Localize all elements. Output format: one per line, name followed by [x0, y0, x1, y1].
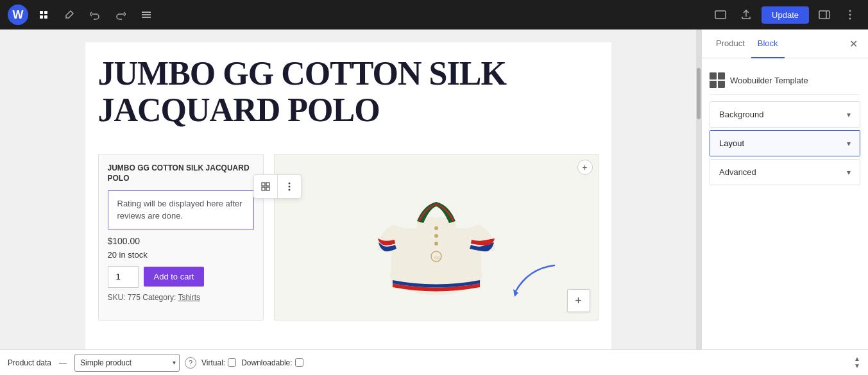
product-image-area: GG + + [274, 154, 599, 321]
grid-view-button[interactable] [254, 175, 277, 198]
product-type-select[interactable]: Simple product Variable product Grouped … [74, 354, 180, 372]
rating-placeholder-box: Rating will be displayed here after revi… [108, 190, 254, 229]
add-block-toolbar-button[interactable] [33, 4, 54, 25]
menu-button[interactable] [136, 4, 157, 25]
scrollbar-thumb[interactable] [697, 68, 701, 119]
svg-rect-14 [266, 183, 269, 186]
svg-point-17 [288, 183, 290, 185]
accordion-background-label: Background [719, 110, 763, 119]
add-block-button[interactable]: + [567, 289, 590, 312]
product-title: JUMBO GG COTTON SILK JACQUARD POLO [98, 55, 599, 128]
virtual-checkbox-group: Virtual: [201, 358, 236, 367]
sku-info: SKU: 775 Category: Tshirts [108, 293, 254, 302]
svg-text:GG: GG [434, 255, 441, 260]
bottom-bar: Product data — Simple product Variable p… [0, 349, 868, 375]
svg-rect-6 [142, 17, 151, 18]
editor-scrollbar[interactable] [696, 29, 701, 349]
svg-rect-0 [40, 11, 43, 14]
share-button[interactable] [736, 4, 756, 25]
product-type-wrapper: Simple product Variable product Grouped … [74, 354, 180, 372]
block-options-button[interactable] [278, 175, 301, 198]
svg-point-10 [849, 10, 851, 12]
virtual-checkbox[interactable] [228, 358, 236, 367]
svg-point-23 [434, 242, 438, 246]
svg-rect-8 [819, 11, 830, 19]
add-to-cart-button[interactable]: Add to cart [144, 267, 205, 287]
quantity-input[interactable] [108, 266, 139, 288]
sidebar-close-button[interactable]: ✕ [847, 35, 860, 53]
svg-point-18 [288, 186, 290, 188]
svg-point-12 [849, 18, 851, 20]
scroll-up-arrow[interactable]: ▲ [854, 356, 860, 362]
scroll-down-arrow[interactable]: ▼ [854, 363, 860, 369]
editor-area: JUMBO GG COTTON SILK JACQUARD POLO JUMBO… [0, 29, 696, 349]
svg-rect-5 [142, 14, 151, 15]
accordion-background-chevron: ▾ [847, 110, 851, 119]
svg-rect-13 [262, 183, 265, 186]
product-info-card: JUMBO GG COTTON SILK JACQUARD POLO Ratin… [98, 154, 264, 321]
wp-logo[interactable]: W [8, 4, 28, 25]
product-name-small: JUMBO GG COTTON SILK JACQUARD POLO [108, 163, 254, 183]
accordion-layout-chevron: ▾ [847, 139, 851, 148]
accordion-background-header[interactable]: Background ▾ [710, 102, 860, 127]
svg-point-21 [434, 226, 438, 230]
arrow-indicator [509, 262, 561, 301]
svg-rect-2 [40, 15, 43, 19]
view-mode-button[interactable] [710, 4, 731, 25]
product-stock: 20 in stock [108, 250, 254, 260]
block-toolbar [253, 174, 302, 199]
undo-button[interactable] [85, 4, 105, 25]
sidebar-toggle-button[interactable] [814, 4, 835, 25]
top-toolbar: W Update [0, 0, 868, 29]
accordion-layout-header[interactable]: Layout ▾ [710, 131, 860, 156]
add-to-cart-row: Add to cart [108, 266, 254, 288]
svg-rect-4 [142, 12, 151, 13]
update-button[interactable]: Update [762, 6, 809, 24]
accordion-layout: Layout ▾ [710, 130, 860, 156]
product-content: JUMBO GG COTTON SILK JACQUARD POLO Ratin… [98, 154, 599, 321]
more-options-button[interactable] [840, 4, 860, 25]
svg-point-19 [288, 189, 290, 191]
editor-canvas: JUMBO GG COTTON SILK JACQUARD POLO JUMBO… [85, 42, 611, 349]
downloadable-label: Downloadable: [241, 358, 292, 367]
category-label: Category: [142, 293, 178, 302]
accordion-advanced: Advanced ▾ [710, 159, 860, 185]
sku-label: SKU: 775 [108, 293, 140, 302]
accordion-layout-label: Layout [719, 138, 744, 148]
brush-button[interactable] [59, 4, 80, 25]
help-icon[interactable]: ? [185, 357, 196, 369]
product-image: GG [366, 167, 507, 308]
tab-product[interactable]: Product [710, 29, 751, 58]
add-image-button[interactable]: + [577, 160, 593, 175]
downloadable-checkbox-group: Downloadable: [241, 358, 303, 367]
svg-rect-1 [44, 11, 47, 14]
accordion-advanced-header[interactable]: Advanced ▾ [710, 160, 860, 185]
downloadable-checkbox[interactable] [295, 358, 303, 367]
product-data-label: Product data [8, 358, 51, 367]
woobuilder-header: Woobuilder Template [710, 66, 860, 95]
sidebar-tabs: Product Block ✕ [702, 29, 868, 58]
woobuilder-icon [710, 72, 725, 88]
svg-point-11 [849, 14, 851, 16]
woobuilder-label: Woobuilder Template [730, 76, 808, 85]
category-link[interactable]: Tshirts [178, 293, 200, 302]
sidebar-content: Woobuilder Template Background ▾ Layout … [702, 58, 868, 349]
svg-rect-3 [44, 15, 47, 19]
svg-rect-15 [262, 187, 265, 190]
tab-block[interactable]: Block [751, 29, 785, 58]
redo-button[interactable] [110, 4, 131, 25]
product-price: $100.00 [108, 236, 254, 246]
svg-rect-7 [715, 11, 726, 19]
svg-point-22 [434, 234, 438, 238]
accordion-advanced-chevron: ▾ [847, 168, 851, 177]
bottom-bar-dash: — [59, 358, 67, 367]
svg-rect-16 [266, 187, 269, 190]
accordion-background: Background ▾ [710, 101, 860, 128]
scroll-arrows[interactable]: ▲ ▼ [854, 356, 860, 369]
right-sidebar: Product Block ✕ Woobuilder Template Back… [701, 29, 868, 349]
accordion-advanced-label: Advanced [719, 167, 756, 177]
main-area: JUMBO GG COTTON SILK JACQUARD POLO JUMBO… [0, 29, 868, 349]
virtual-label: Virtual: [201, 358, 225, 367]
